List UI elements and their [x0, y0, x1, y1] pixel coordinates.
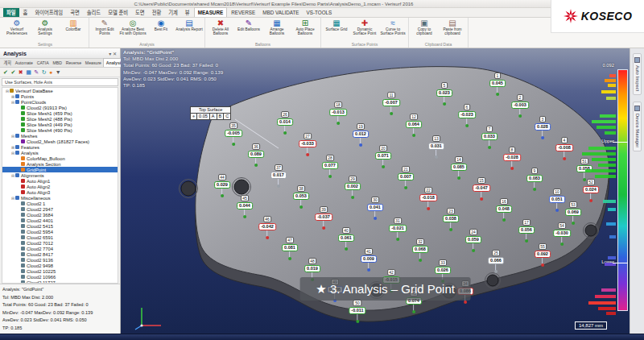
- ribbon-button[interactable]: ≈Curve to Surface Points: [379, 19, 407, 36]
- measurement-balloon[interactable]: 550.092: [535, 243, 551, 264]
- tree-item[interactable]: ⊟Miscellaneous: [2, 195, 118, 201]
- panel-tool-icon-1[interactable]: ✔: [10, 69, 15, 75]
- measurement-balloon[interactable]: 260.014: [277, 111, 293, 132]
- tree-item[interactable]: Slice Mesh2 (488 Pts): [2, 116, 118, 122]
- tree-item[interactable]: Cloud2 9136: [2, 257, 118, 263]
- measurement-balloon[interactable]: 200.071: [375, 145, 391, 166]
- filter-dropdown[interactable]: Use Surfaces, Hole Axis: [2, 78, 118, 86]
- panel-tool-icon-5[interactable]: ↻: [42, 69, 47, 75]
- measurement-balloon[interactable]: 470.081: [282, 237, 298, 258]
- menu-tab[interactable]: MEASURE: [194, 7, 228, 17]
- ribbon-button[interactable]: ▤Paste from clipboard: [439, 19, 466, 36]
- measurement-balloon[interactable]: 450.044: [237, 195, 253, 216]
- tree-item[interactable]: ⊟PointClouds: [2, 99, 118, 105]
- tree-item[interactable]: Slice Mesh1 (459 Pts): [2, 110, 118, 116]
- tree-item[interactable]: ⊟Alignments: [2, 172, 118, 178]
- menu-tab[interactable]: 와이어프레임: [31, 8, 66, 17]
- tree-item[interactable]: Auto Align2: [2, 184, 118, 189]
- ribbon-button[interactable]: ✎Import Edit Points: [91, 19, 118, 36]
- menu-tab[interactable]: 뷰: [182, 8, 193, 17]
- tree-item[interactable]: ⊟Analysis: [2, 150, 118, 155]
- measurement-balloon[interactable]: 140.085: [451, 156, 467, 177]
- tree-item[interactable]: Slice Mesh4 (490 Pts): [2, 127, 118, 133]
- measurement-balloon[interactable]: 4-0.008: [555, 137, 573, 158]
- tree-item[interactable]: Cloud2 7704: [2, 246, 118, 251]
- measurement-balloon[interactable]: 130.031: [428, 135, 444, 156]
- measurement-balloon[interactable]: 250.066: [488, 250, 504, 271]
- ribbon-button[interactable]: ⊞Auto Place Balloons: [291, 19, 319, 36]
- tree-item[interactable]: Cloud2 10966: [2, 274, 118, 280]
- ribbon-button[interactable]: ▤Analysis Report: [175, 19, 203, 31]
- tree-item[interactable]: Auto Align3: [2, 189, 118, 195]
- measurement-balloon[interactable]: 170.056: [518, 219, 535, 240]
- measurement-balloon[interactable]: 100.051: [549, 189, 565, 209]
- tree-item[interactable]: Cloud2 6591: [2, 234, 118, 240]
- tree-item[interactable]: Slice Mesh3 (449 Pts): [2, 122, 118, 127]
- tree-item[interactable]: ⊞Features: [2, 144, 118, 150]
- tree-item[interactable]: Cloud2_Mesh (181827 Faces): [2, 139, 118, 144]
- colorbar-scale[interactable]: [617, 69, 628, 311]
- menu-tab[interactable]: 도면: [132, 8, 148, 17]
- ribbon-button[interactable]: ▦Surface Grid: [323, 19, 350, 31]
- tree-item[interactable]: Analysis Section: [2, 161, 118, 167]
- panel-tab-catia[interactable]: CATIA: [35, 59, 51, 67]
- menu-tab[interactable]: 전환: [149, 8, 165, 17]
- measurement-balloon[interactable]: 480.019: [304, 258, 320, 279]
- measurement-balloon[interactable]: 18-0.013: [329, 102, 347, 122]
- panel-tab-계획[interactable]: 계획: [2, 59, 13, 67]
- ribbon-button[interactable]: ▣Copy to clipboard: [411, 19, 438, 36]
- measurement-balloon[interactable]: 370.017: [270, 164, 287, 185]
- ribbon-button[interactable]: ⚙Verisurf Preferences: [3, 19, 31, 36]
- tree-item[interactable]: Cloud2 1: [2, 201, 118, 206]
- tree-item[interactable]: Cloud2 10225: [2, 268, 118, 274]
- ribbon-button[interactable]: ✚Dynamic Surface Point: [351, 19, 378, 36]
- ribbon-button[interactable]: ⚙Analysis Settings: [31, 19, 59, 36]
- tree-item[interactable]: ⊟Meshes: [2, 133, 118, 139]
- measurement-balloon[interactable]: 190.012: [353, 123, 369, 144]
- measurement-balloon[interactable]: 290.002: [345, 176, 361, 197]
- tree-item[interactable]: ⊟Verisurf DataBase: [2, 88, 118, 93]
- panel-tool-icon-7[interactable]: ▼: [56, 69, 61, 75]
- panel-tab-automate[interactable]: Automate: [13, 59, 35, 67]
- menu-tab[interactable]: 파일: [3, 8, 19, 17]
- tree-item[interactable]: Cloud2 8417: [2, 251, 118, 257]
- tree-item[interactable]: Cloud2 9498: [2, 263, 118, 268]
- ribbon-button[interactable]: ✎Edit Balloons: [235, 19, 262, 31]
- dock-tab-device-manager[interactable]: Device Manager: [633, 102, 642, 151]
- menu-tab[interactable]: 솔리드: [84, 8, 104, 17]
- tree-item[interactable]: Cloud2 2947: [2, 206, 118, 212]
- measurement-balloon[interactable]: 160.048: [496, 198, 512, 219]
- measurement-balloon[interactable]: 360.089: [248, 143, 264, 164]
- measurement-balloon[interactable]: 30.028: [535, 116, 551, 137]
- tree-item[interactable]: GridPoint: [2, 167, 118, 172]
- measurement-balloon[interactable]: 27-0.033: [299, 133, 316, 154]
- measurement-balloon[interactable]: 35-0.005: [225, 122, 242, 143]
- measurement-balloon[interactable]: 6-0.023: [458, 104, 476, 125]
- measurement-balloon[interactable]: 2-0.003: [511, 94, 529, 115]
- tree-item[interactable]: Cloud2 4401: [2, 218, 118, 223]
- ribbon-button[interactable]: ▦Arrange Balloons: [263, 19, 291, 36]
- measurement-balloon[interactable]: 210.007: [398, 166, 414, 187]
- measurement-balloon[interactable]: 46-0.042: [258, 216, 276, 237]
- menu-tab[interactable]: MBD VALIDATE: [259, 8, 302, 17]
- tree-item[interactable]: Cloud2 (91913 Pts): [2, 105, 118, 110]
- tree-item[interactable]: Cloud2 3684: [2, 212, 118, 218]
- panel-tab-reverse[interactable]: Reverse: [64, 59, 83, 67]
- tree-item[interactable]: Cloud2 5415: [2, 223, 118, 229]
- menu-tab[interactable]: 곡면: [67, 8, 83, 17]
- measurement-balloon[interactable]: 22-0.018: [419, 187, 437, 208]
- measurement-balloon[interactable]: 15-0.047: [473, 177, 490, 198]
- menu-tab[interactable]: 홈: [20, 8, 31, 17]
- tree-item[interactable]: ColorMap_Bulloon: [2, 155, 118, 161]
- measurement-balloon[interactable]: 8-0.028: [503, 147, 521, 168]
- measurement-balloon[interactable]: 54-0.030: [553, 222, 571, 243]
- measurement-balloon[interactable]: 50-0.011: [349, 300, 365, 321]
- panel-tool-icon-2[interactable]: ✖: [19, 69, 23, 75]
- measurement-balloon[interactable]: 31-0.021: [389, 218, 407, 238]
- measurement-balloon[interactable]: 70.033: [481, 126, 497, 147]
- tree-item[interactable]: ⊞Points: [2, 93, 118, 99]
- menu-tab[interactable]: 모델 준비: [105, 8, 131, 17]
- measurement-balloon[interactable]: 530.069: [565, 201, 581, 222]
- panel-tool-icon-6[interactable]: ●: [49, 69, 52, 75]
- measurement-balloon[interactable]: 280.077: [322, 155, 338, 176]
